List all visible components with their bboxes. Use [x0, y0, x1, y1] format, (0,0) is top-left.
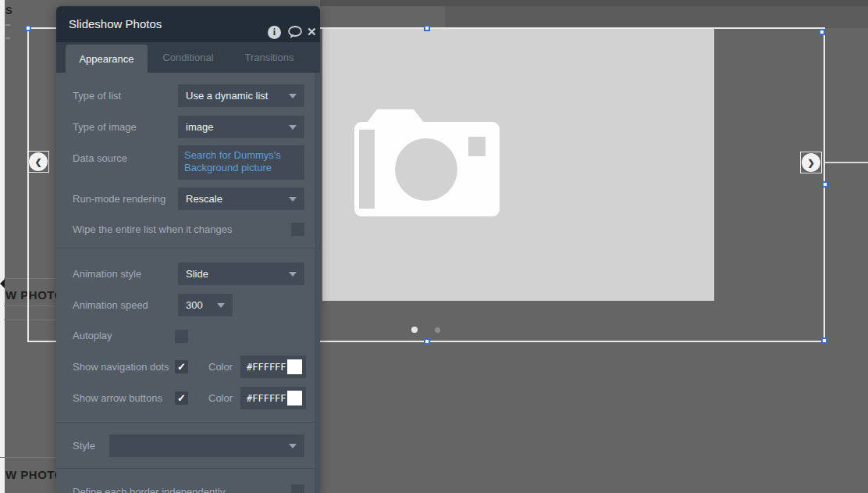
data-source-expression-line1[interactable]: Search for Dummys's [184, 149, 298, 162]
chevron-left-icon[interactable]: ❮ [29, 152, 48, 171]
nav-dots-color-input[interactable]: #FFFFFF [240, 355, 306, 378]
show-arrows-label: Show arrow buttons [73, 392, 162, 404]
canvas-left-marker [0, 279, 5, 288]
selection-handle-bottom-center[interactable] [424, 338, 430, 345]
data-source-label: Data source [73, 152, 127, 164]
wipe-list-checkbox[interactable] [291, 223, 304, 236]
canvas-text-fragment [5, 24, 10, 26]
comment-icon[interactable] [287, 26, 303, 39]
animation-speed-value: 300 [186, 299, 203, 311]
autoplay-label: Autoplay [73, 330, 112, 341]
bubble-editor-canvas: S W PHOTO W PHOTO ❮ ❯ Slideshow Photos i [0, 0, 868, 493]
animation-style-value: Slide [186, 268, 208, 280]
chevron-down-icon [289, 272, 297, 277]
selection-handle-top-center[interactable] [424, 25, 430, 31]
info-icon[interactable]: i [268, 26, 281, 39]
selection-handle-right-mid[interactable] [822, 181, 828, 188]
nav-dots-color-swatch[interactable] [287, 359, 302, 374]
selection-handle-bottom-right[interactable] [821, 338, 827, 344]
animation-speed-dropdown[interactable]: 300 [178, 294, 233, 316]
autoplay-checkbox[interactable] [175, 330, 188, 343]
run-mode-dropdown[interactable]: Rescale [178, 188, 304, 210]
section-divider [56, 422, 320, 423]
type-of-list-value: Use a dynamic list [186, 90, 268, 102]
show-nav-dots-label: Show navigation dots [73, 361, 169, 373]
canvas-guide-line [4, 305, 56, 306]
canvas-guide-line [825, 162, 868, 163]
panel-header[interactable]: Slideshow Photos i ✕ [56, 6, 320, 42]
slideshow-nav-dot[interactable] [435, 327, 440, 333]
chevron-down-icon [289, 197, 297, 202]
chevron-down-icon [289, 125, 297, 130]
chevron-down-icon [217, 303, 225, 308]
section-divider [56, 468, 320, 469]
type-of-image-label: Type of image [73, 121, 137, 133]
selection-handle-top-right[interactable] [819, 29, 825, 35]
animation-style-dropdown[interactable]: Slide [178, 263, 304, 285]
canvas-text-fragment [5, 38, 10, 39]
arrows-color-label: Color [208, 392, 233, 404]
selection-handle-top-left[interactable] [25, 25, 31, 31]
tab-conditional[interactable]: Conditional [162, 52, 213, 63]
canvas-heading-bottom: W PHOTO [5, 468, 64, 481]
check-icon: ✓ [177, 392, 186, 404]
canvas-guide-line [0, 457, 56, 458]
slideshow-prev-button[interactable]: ❮ [27, 151, 49, 173]
run-mode-label: Run-mode rendering [73, 193, 165, 205]
arrows-color-swatch[interactable] [287, 391, 302, 405]
check-icon: ✓ [177, 361, 186, 373]
slideshow-next-button[interactable]: ❯ [800, 152, 822, 173]
chevron-right-icon[interactable]: ❯ [802, 153, 820, 172]
canvas-heading-fragment-top: S [5, 5, 12, 16]
style-dropdown[interactable] [109, 434, 304, 457]
section-divider [56, 248, 320, 248]
type-of-image-dropdown[interactable]: image [178, 116, 304, 138]
define-border-checkbox[interactable] [291, 484, 304, 493]
animation-style-label: Animation style [73, 268, 141, 280]
data-source-field[interactable]: Search for Dummys's Background picture [178, 145, 304, 180]
show-nav-dots-checkbox[interactable]: ✓ [175, 360, 188, 373]
run-mode-value: Rescale [186, 193, 222, 205]
nav-dots-color-label: Color [208, 361, 233, 373]
property-editor-panel: Slideshow Photos i ✕ Appearance Conditio… [56, 6, 320, 493]
tab-appearance[interactable]: Appearance [66, 45, 148, 73]
canvas-heading-mid: W PHOTO [5, 288, 64, 302]
panel-title: Slideshow Photos [69, 17, 162, 30]
tab-transitions[interactable]: Transitions [244, 52, 293, 63]
type-of-list-label: Type of list [73, 90, 121, 102]
slideshow-nav-dot-active[interactable] [411, 327, 418, 333]
type-of-image-value: image [186, 121, 213, 133]
canvas-top-strip [320, 0, 868, 6]
canvas-topright-region [445, 6, 868, 28]
camera-placeholder-icon [349, 102, 505, 223]
animation-speed-label: Animation speed [73, 299, 148, 311]
data-source-expression-line2[interactable]: Background picture [184, 162, 298, 174]
show-arrows-checkbox[interactable]: ✓ [175, 391, 188, 405]
chevron-down-icon [289, 444, 297, 448]
chevron-down-icon [289, 94, 297, 98]
nav-dots-color-value: #FFFFFF [247, 362, 286, 373]
close-icon[interactable]: ✕ [307, 25, 317, 39]
wipe-list-label: Wipe the entire list when it changes [73, 223, 233, 235]
page-edge-strip [0, 0, 5, 493]
arrows-color-input[interactable]: #FFFFFF [240, 387, 306, 409]
panel-scrollbar[interactable] [315, 73, 320, 493]
arrows-color-value: #FFFFFF [247, 393, 286, 404]
canvas-guide-line [4, 320, 56, 320]
define-border-label: Define each border independently [73, 486, 225, 493]
canvas-guide-line [4, 278, 56, 279]
type-of-list-dropdown[interactable]: Use a dynamic list [178, 84, 304, 107]
style-label: Style [73, 440, 95, 452]
